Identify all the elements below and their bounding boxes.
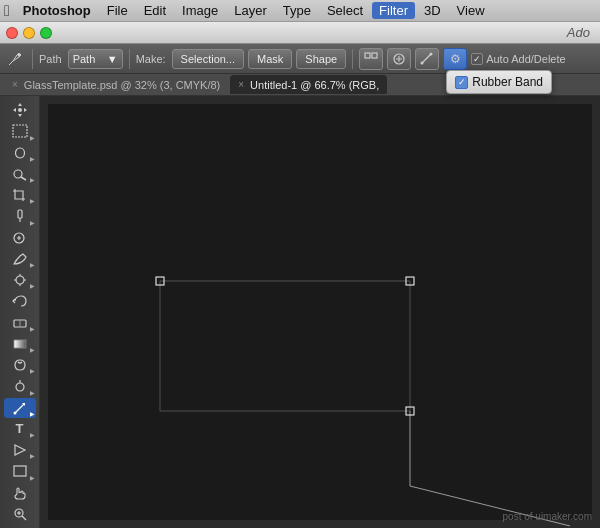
tab-glass-template[interactable]: × GlassTemplate.psd @ 32% (3, CMYK/8): [4, 75, 228, 94]
svg-rect-1: [365, 53, 370, 58]
tab-label-untitled: Untitled-1 @ 66.7% (RGB,: [250, 79, 379, 91]
tool-clone[interactable]: ▶: [4, 270, 36, 290]
tool-rectangle[interactable]: ▶: [4, 461, 36, 481]
toolbox: ▶ ▶ ▶ ▶ ▶: [0, 96, 40, 528]
pen-tool-icon: [4, 48, 26, 70]
tab-close-glass[interactable]: ×: [10, 79, 20, 90]
tool-pen[interactable]: ▶: [4, 398, 36, 418]
toolbar-separator-3: [352, 49, 353, 69]
path-dropdown-value: Path: [73, 53, 96, 65]
path-icon-btn-2[interactable]: [387, 48, 411, 70]
menu-image[interactable]: Image: [175, 2, 225, 19]
tool-dodge[interactable]: ▶: [4, 376, 36, 396]
toolbar-separator-1: [32, 49, 33, 69]
path-dropdown[interactable]: Path ▼: [68, 49, 123, 69]
tool-quick-select[interactable]: ▶: [4, 164, 36, 184]
window-controls-bar: Ado: [0, 22, 600, 44]
tool-gradient[interactable]: ▶: [4, 334, 36, 354]
rubber-band-popup: ✓ Rubber Band: [446, 70, 552, 94]
toolbar: Path Path ▼ Make: Selection... Mask Shap…: [0, 44, 600, 74]
shape-button[interactable]: Shape: [296, 49, 346, 69]
menu-file[interactable]: File: [100, 2, 135, 19]
app-window-title: Ado: [567, 25, 594, 40]
svg-rect-29: [160, 281, 410, 411]
svg-point-23: [13, 411, 16, 414]
app-name: Photoshop: [16, 2, 98, 19]
menu-3d[interactable]: 3D: [417, 2, 448, 19]
rubber-band-check: ✓: [455, 76, 468, 89]
canvas-area[interactable]: post of uimaker.com: [40, 96, 600, 528]
minimize-button[interactable]: [23, 27, 35, 39]
svg-point-7: [14, 170, 22, 178]
auto-add-delete-label: Auto Add/Delete: [486, 53, 566, 65]
tool-marquee[interactable]: ▶: [4, 121, 36, 141]
svg-line-8: [21, 177, 26, 180]
auto-add-delete-area: ✓ Auto Add/Delete: [471, 53, 566, 65]
tool-eraser[interactable]: ▶: [4, 313, 36, 333]
rubber-band-label: Rubber Band: [472, 75, 543, 89]
svg-line-26: [22, 516, 26, 520]
svg-rect-24: [14, 466, 26, 476]
menu-select[interactable]: Select: [320, 2, 370, 19]
tool-type[interactable]: T ▶: [4, 419, 36, 439]
path-svg: [40, 96, 600, 528]
make-label: Make:: [136, 53, 168, 65]
toolbar-separator-2: [129, 49, 130, 69]
tool-move[interactable]: [4, 100, 36, 120]
tab-label-glass: GlassTemplate.psd @ 32% (3, CMYK/8): [24, 79, 220, 91]
tool-path-selection[interactable]: ▶: [4, 440, 36, 460]
menu-edit[interactable]: Edit: [137, 2, 173, 19]
svg-rect-9: [18, 210, 22, 218]
menu-layer[interactable]: Layer: [227, 2, 274, 19]
menu-bar:  Photoshop File Edit Image Layer Type S…: [0, 0, 600, 22]
svg-point-20: [16, 383, 24, 391]
tool-hand[interactable]: [4, 483, 36, 503]
close-button[interactable]: [6, 27, 18, 39]
path-dropdown-arrow: ▼: [107, 53, 118, 65]
svg-rect-2: [372, 53, 377, 58]
svg-point-12: [16, 276, 24, 284]
gear-settings-btn[interactable]: ⚙: [443, 48, 467, 70]
tool-brush[interactable]: ▶: [4, 249, 36, 269]
tool-blur[interactable]: ▶: [4, 355, 36, 375]
tab-untitled[interactable]: × Untitled-1 @ 66.7% (RGB,: [230, 75, 387, 94]
svg-point-5: [430, 52, 433, 55]
path-label: Path: [39, 53, 64, 65]
path-icon-btn-3[interactable]: [415, 48, 439, 70]
tool-heal[interactable]: [4, 228, 36, 248]
path-icon-btn-1[interactable]: [359, 48, 383, 70]
tool-eyedropper[interactable]: ▶: [4, 206, 36, 226]
svg-point-0: [18, 53, 21, 56]
svg-point-4: [421, 61, 424, 64]
watermark: post of uimaker.com: [503, 511, 592, 522]
menu-type[interactable]: Type: [276, 2, 318, 19]
tool-history-brush[interactable]: [4, 291, 36, 311]
apple-menu[interactable]: : [4, 2, 10, 20]
auto-add-delete-checkbox[interactable]: ✓: [471, 53, 483, 65]
tool-crop[interactable]: ▶: [4, 185, 36, 205]
main-area: ▶ ▶ ▶ ▶ ▶: [0, 96, 600, 528]
maximize-button[interactable]: [40, 27, 52, 39]
svg-rect-6: [13, 125, 27, 137]
tool-lasso[interactable]: ▶: [4, 143, 36, 163]
menu-filter[interactable]: Filter: [372, 2, 415, 19]
selection-button[interactable]: Selection...: [172, 49, 244, 69]
menu-view[interactable]: View: [450, 2, 492, 19]
svg-rect-19: [14, 340, 26, 348]
tab-close-untitled[interactable]: ×: [236, 79, 246, 90]
tool-zoom[interactable]: [4, 504, 36, 524]
mask-button[interactable]: Mask: [248, 49, 292, 69]
